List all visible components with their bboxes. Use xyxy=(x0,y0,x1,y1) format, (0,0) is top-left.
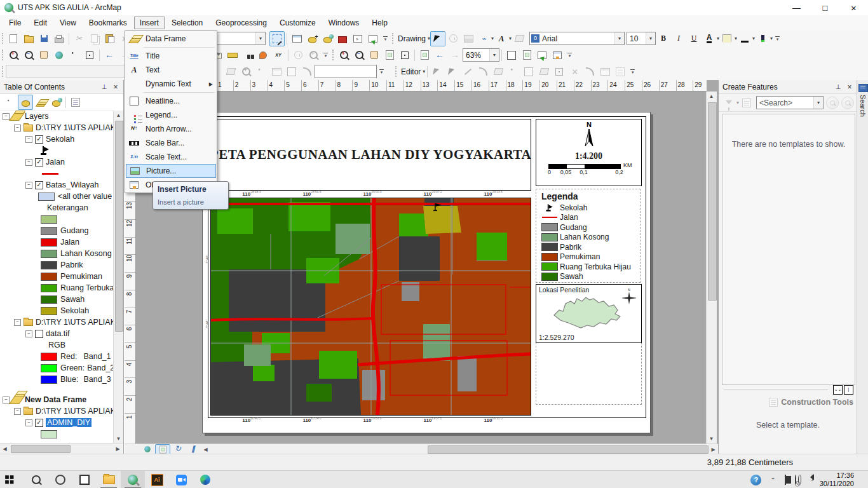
open-button[interactable] xyxy=(21,31,36,46)
font-combo[interactable]: 0Arial▾ xyxy=(529,32,625,45)
layout-zoom-in-button[interactable] xyxy=(336,48,351,63)
zoom-out-button[interactable] xyxy=(21,48,36,63)
zoom-app-button[interactable] xyxy=(169,471,193,488)
scroll-down-icon[interactable]: ▼ xyxy=(114,434,123,444)
layer-batas-wilayah[interactable]: Batas_Wilayah xyxy=(46,180,98,189)
toolbar-grip[interactable] xyxy=(2,33,3,44)
inset-map-box[interactable]: Lokasi Penelitian N 1:2.529.270 xyxy=(536,284,642,343)
map-title-box[interactable]: PETA PENGGUNAAN LAHAN DIY YOGYAKARTA xyxy=(210,119,531,191)
pause-drawing-button[interactable] xyxy=(186,444,201,455)
layer-admin-diy[interactable]: ADMIN_DIY xyxy=(46,418,92,427)
band-swatch[interactable] xyxy=(41,353,57,361)
minimize-button[interactable]: — xyxy=(782,0,811,15)
line-symbol[interactable] xyxy=(42,173,58,175)
menu-file[interactable]: File xyxy=(3,17,27,29)
flag-symbol-icon[interactable] xyxy=(41,146,50,155)
layout-view-button[interactable] xyxy=(155,444,170,455)
maximize-button[interactable]: □ xyxy=(811,0,839,15)
menu-item-scale-text[interactable]: Scale Text... xyxy=(126,150,216,164)
select-elements-button[interactable] xyxy=(430,31,445,46)
go-back-extent-button[interactable] xyxy=(102,48,117,63)
toolbar-overflow[interactable]: ▾ xyxy=(629,66,636,78)
legend-swatch[interactable] xyxy=(41,295,57,304)
scrollbar-thumb[interactable] xyxy=(11,445,71,453)
new-text-button[interactable] xyxy=(494,31,509,46)
menu-item-title[interactable]: Title xyxy=(126,49,216,63)
zoom-100-button[interactable] xyxy=(397,48,412,63)
collapse-icon[interactable]: ⌄⌄ xyxy=(833,385,843,395)
layout-fixed-zoom-button[interactable] xyxy=(417,48,432,63)
layer-sekolah[interactable]: Sekolah xyxy=(46,135,74,144)
legend-swatch[interactable] xyxy=(41,238,57,247)
catalog-button[interactable] xyxy=(320,31,335,46)
cortana-button[interactable] xyxy=(48,471,72,488)
drawing-menu[interactable]: Drawing xyxy=(396,34,428,43)
menu-edit[interactable]: Edit xyxy=(28,17,53,29)
change-layout-button[interactable] xyxy=(534,48,550,63)
menu-item-data-frame[interactable]: Data Frame xyxy=(126,32,216,46)
menu-insert[interactable]: Insert xyxy=(134,17,165,29)
illustrator-button[interactable]: Ai xyxy=(145,471,169,488)
scrollbar-thumb[interactable] xyxy=(708,102,717,301)
menu-item-picture[interactable]: Picture... xyxy=(126,164,216,178)
scrollbar-thumb[interactable] xyxy=(115,121,123,332)
new-data-frame[interactable]: New Data Frame xyxy=(25,395,86,404)
legend-swatch[interactable] xyxy=(41,307,57,315)
battery-icon[interactable] xyxy=(785,475,786,485)
scroll-left-icon[interactable]: ◀ xyxy=(201,445,210,454)
layer-checkbox[interactable]: ✓ xyxy=(35,158,43,166)
map-legend-box[interactable]: Legenda Sekolah Jalan Gudang Lahan Koson… xyxy=(536,189,641,283)
paste-button[interactable] xyxy=(102,31,117,46)
group-layer-path[interactable]: D:\TRY 1\UTS APLIAKS xyxy=(36,318,121,327)
layout-pan-button[interactable] xyxy=(367,48,382,63)
expander-icon[interactable]: − xyxy=(25,419,32,426)
layer-jalan[interactable]: Jalan xyxy=(46,158,65,166)
menu-item-scale-bar[interactable]: Scale Bar... xyxy=(126,136,216,150)
layer-checkbox[interactable] xyxy=(35,330,43,338)
toolbar-grip[interactable] xyxy=(392,33,393,44)
full-extent-button[interactable] xyxy=(51,48,67,63)
save-button[interactable] xyxy=(36,31,51,46)
search-window-icon[interactable] xyxy=(858,84,868,92)
toolbar-overflow[interactable]: ▾ xyxy=(378,66,385,78)
band-swatch[interactable] xyxy=(41,364,57,372)
layers-group[interactable]: Layers xyxy=(25,112,49,121)
expander-icon[interactable]: − xyxy=(14,319,21,326)
scroll-up-icon[interactable]: ▲ xyxy=(707,92,716,101)
underline-button[interactable]: U xyxy=(686,31,702,46)
menu-selection[interactable]: Selection xyxy=(166,17,208,29)
pin-icon[interactable]: ⊥ xyxy=(833,83,843,90)
menu-view[interactable]: View xyxy=(54,17,82,29)
expander-icon[interactable]: − xyxy=(25,136,32,143)
map-frame[interactable] xyxy=(210,198,531,416)
edit-value-input[interactable] xyxy=(315,65,377,78)
legend-swatch[interactable] xyxy=(41,215,57,224)
arctoolbox-button[interactable] xyxy=(335,31,350,46)
layout-zoom-combo[interactable]: 63%▾ xyxy=(463,48,499,62)
admin-swatch[interactable] xyxy=(41,430,57,438)
list-by-selection-button[interactable] xyxy=(48,95,64,110)
help-tray-icon[interactable]: ? xyxy=(750,475,761,485)
task-view-button[interactable] xyxy=(72,471,97,488)
list-by-visibility-button[interactable] xyxy=(33,95,48,110)
layout-zoom-out-button[interactable] xyxy=(351,48,367,63)
expander-icon[interactable]: − xyxy=(3,396,10,403)
zoom-whole-page-button[interactable] xyxy=(382,48,397,63)
editor-menu[interactable]: Editor xyxy=(399,67,423,76)
splitter-handle-icon[interactable]: | xyxy=(844,385,853,395)
find-route-button[interactable] xyxy=(255,48,271,63)
pan-button[interactable] xyxy=(36,48,51,63)
font-size-combo[interactable]: 10▾ xyxy=(627,32,656,45)
list-by-source-button[interactable] xyxy=(18,95,33,110)
menu-geoprocessing[interactable]: Geoprocessing xyxy=(210,17,273,29)
find-button[interactable] xyxy=(240,48,255,63)
go-to-xy-button[interactable] xyxy=(271,48,286,63)
bold-button[interactable]: B xyxy=(656,31,671,46)
scroll-down-icon[interactable]: ▼ xyxy=(707,434,716,444)
font-color-button[interactable]: A xyxy=(702,31,717,46)
expander-icon[interactable]: − xyxy=(14,125,21,132)
fixed-zoom-in-button[interactable] xyxy=(67,48,82,63)
chevron-down-icon[interactable]: ▾ xyxy=(255,32,265,44)
toolbar-overflow[interactable]: ▾ xyxy=(566,50,573,61)
draw-line-button[interactable] xyxy=(476,31,491,46)
